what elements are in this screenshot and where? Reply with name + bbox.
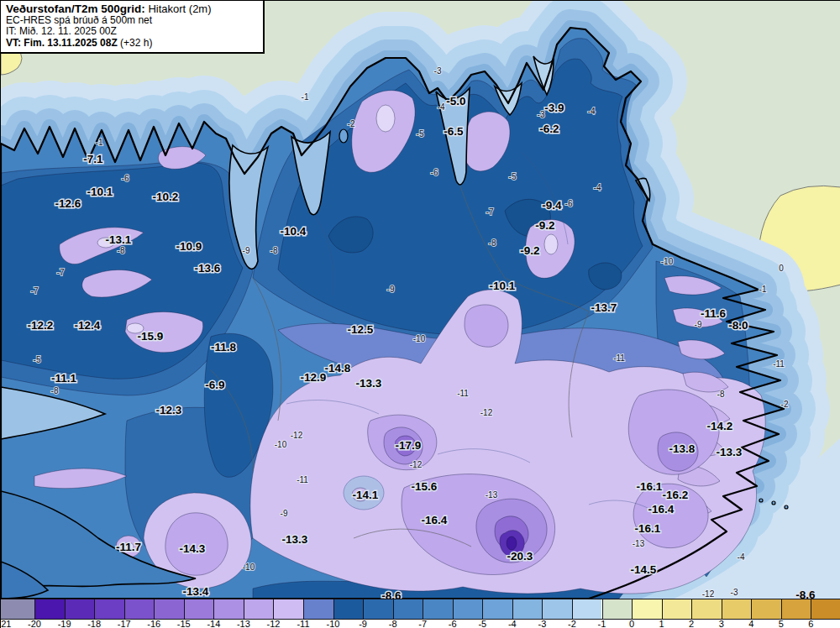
temp-label: -10.2 [153, 191, 179, 203]
temp-label: -8.0 [728, 319, 748, 332]
temp-label: -13.3 [717, 446, 743, 458]
colorbar-tick: -4 [508, 619, 517, 628]
init-time: IT: Mið. 12. 11. 2025 00Z [6, 26, 258, 38]
temp-label: -16.4 [648, 503, 675, 515]
colorbar-cell [542, 599, 572, 619]
temp-label: -8.6 [795, 589, 816, 599]
colorbar-tick: -20 [28, 619, 41, 628]
contour-label: -1 [302, 92, 309, 102]
colorbar-cell [184, 599, 214, 619]
colorbar-cell [691, 599, 722, 619]
temp-label: -6.2 [539, 123, 559, 135]
colorbar-tick: -19 [58, 619, 71, 628]
temp-label: -15.9 [138, 330, 164, 343]
temp-label: -20.3 [507, 550, 533, 563]
contour-label: -11 [297, 475, 308, 484]
temp-label: -6.9 [205, 379, 224, 391]
contour-label: -8 [118, 246, 125, 255]
contour-label: -1 [759, 285, 767, 294]
weather-map-frame: -1-3-4-5-2-1-6-5-3-4-4-6-7-80-1-2-4-3-9-… [0, 0, 840, 628]
contour-label: -10 [275, 440, 287, 449]
colorbar-cell [811, 599, 840, 619]
contour-label: -4 [594, 183, 601, 192]
contour-label: -7 [31, 286, 39, 296]
contour-label: -2 [781, 400, 789, 409]
temp-label: -15.6 [412, 480, 438, 493]
temp-label: -14.2 [707, 420, 733, 432]
temp-label: -16.1 [635, 522, 661, 535]
temp-label: -12.6 [55, 197, 81, 210]
contour-label: -12 [291, 431, 303, 440]
colorbar-tick: -8 [389, 619, 397, 628]
temp-label: -12.3 [156, 404, 182, 416]
contour-label: -11 [613, 353, 625, 363]
temp-label: -16.2 [663, 489, 689, 501]
colorbar-cell [303, 599, 333, 619]
contour-label: -11 [457, 389, 469, 398]
colorbar-cell [244, 599, 274, 619]
temp-label: -12.4 [75, 319, 101, 332]
colorbar-cell [34, 599, 65, 619]
colorbar-cell [393, 599, 423, 619]
contour-label: -5 [34, 355, 41, 364]
colorbar-cell [482, 599, 512, 619]
contour-label: -12 [480, 408, 493, 417]
colorbar-tick: -12 [266, 619, 280, 628]
colorbar-tick: -14 [207, 619, 220, 628]
colorbar-tick: 2 [689, 619, 694, 628]
contour-label: -8 [51, 386, 59, 395]
contour-label: -11 [773, 359, 785, 369]
weather-map: -1-3-4-5-2-1-6-5-3-4-4-6-7-80-1-2-4-3-9-… [1, 1, 840, 599]
colorbar-cell [363, 599, 393, 619]
temp-label: -11.8 [211, 341, 237, 353]
colorbar-cell [124, 599, 155, 619]
title-box: Veðurstofan/T2m 500grid: Hitakort (2m) E… [1, 1, 265, 54]
contour-label: -9 [281, 509, 288, 518]
model-line: EC-HRES spá brúuð á 500m net [6, 15, 258, 27]
contour-label: -10 [243, 563, 255, 572]
colorbar-tick: 0 [629, 619, 634, 628]
colorbar-cell [213, 599, 244, 619]
contour-label: -8 [717, 390, 725, 399]
colorbar-tick: -9 [359, 619, 367, 628]
contour-label: -13 [633, 539, 645, 548]
temperature-colorbar [1, 599, 840, 620]
colorbar-tick: -10 [327, 619, 340, 628]
contour-label: -8 [270, 246, 278, 255]
contour-label: -12 [410, 460, 423, 469]
colorbar-tick: -5 [478, 619, 486, 628]
temp-label: -8.6 [381, 589, 402, 599]
contour-label: -4 [738, 552, 745, 562]
temp-label: -11.7 [116, 541, 141, 553]
colorbar-cell [65, 599, 95, 619]
contour-label: -12 [702, 589, 715, 599]
temp-label: -14.3 [180, 542, 206, 555]
contour-label: -8 [489, 238, 496, 248]
temp-label: -14.5 [631, 563, 657, 576]
contour-label: -3 [731, 588, 738, 597]
colorbar-cell [602, 599, 633, 619]
temp-label: -13.7 [591, 301, 617, 314]
colorbar-tick: -18 [87, 619, 101, 628]
colorbar-tick-labels: -21-20-19-18-17-16-15-14-13-12-11-10-9-8… [1, 620, 840, 628]
contour-label: -1 [96, 138, 103, 147]
temp-label: -12.5 [348, 323, 374, 336]
colorbar-tick: -7 [418, 619, 427, 628]
colorbar-cell [273, 599, 303, 619]
colorbar-tick: -21 [0, 619, 11, 628]
colorbar-cell [662, 599, 692, 619]
colorbar-tick: -11 [297, 619, 309, 628]
iceland-temperature-map: -1-3-4-5-2-1-6-5-3-4-4-6-7-80-1-2-4-3-9-… [1, 1, 840, 599]
contour-label: -4 [588, 107, 596, 116]
contour-label: -9 [695, 320, 702, 329]
colorbar-cell [453, 599, 483, 619]
colorbar-cell [781, 599, 811, 619]
contour-label: -4 [438, 102, 445, 112]
contour-label: -9 [387, 285, 395, 294]
temp-label: -13.6 [195, 262, 221, 275]
map-title: Veðurstofan/T2m 500grid: Hitakort (2m) [6, 3, 258, 15]
temp-label: -9.4 [542, 199, 562, 212]
colorbar-tick: -2 [568, 619, 576, 628]
colorbar-cell [423, 599, 453, 619]
colorbar-tick: -15 [177, 619, 191, 628]
